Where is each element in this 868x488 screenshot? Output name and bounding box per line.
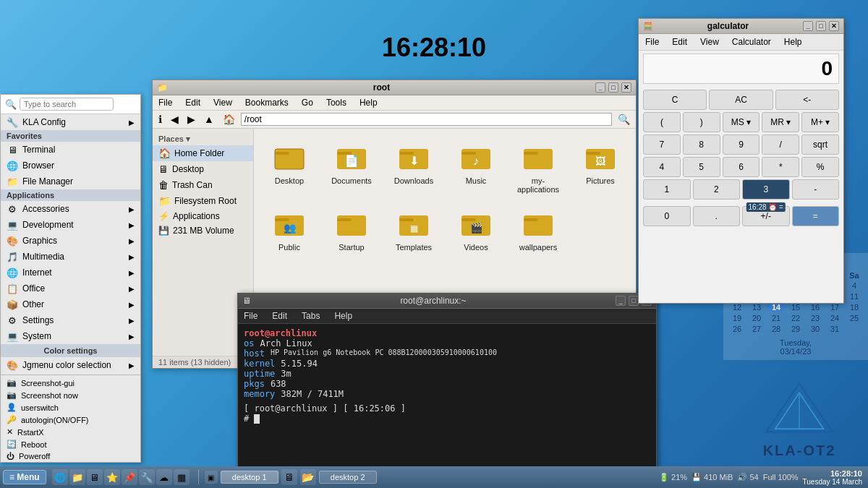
sidebar-item-screenshot-now[interactable]: 📷 Screenshot now bbox=[1, 389, 140, 401]
menu-bookmarks[interactable]: Bookmarks bbox=[242, 97, 292, 108]
toolbar-back-button[interactable]: ◀ bbox=[168, 112, 182, 127]
toolbar-search-button[interactable]: 🔍 bbox=[615, 112, 633, 127]
terminal-minimize-button[interactable]: _ bbox=[616, 296, 626, 306]
sidebar-item-reboot[interactable]: 🔄 Reboot bbox=[1, 438, 140, 450]
sidebar-filesystem[interactable]: 📁 Filesystem Root bbox=[153, 193, 253, 209]
file-item-startup[interactable]: Startup bbox=[323, 202, 380, 254]
taskbar-files-icon[interactable]: 📂 bbox=[300, 469, 316, 485]
calc-8-button[interactable]: 8 bbox=[683, 134, 720, 155]
file-item-videos[interactable]: 🎬 Videos bbox=[448, 202, 504, 254]
calc-multiply-button[interactable]: * bbox=[762, 157, 799, 177]
taskbar-desktop1-button[interactable]: desktop 1 bbox=[221, 471, 278, 484]
calc-mplus-button[interactable]: M+ ▾ bbox=[801, 112, 839, 132]
taskbar-icon-2[interactable]: 📁 bbox=[69, 469, 85, 485]
calc-6-button[interactable]: 6 bbox=[723, 157, 760, 177]
sidebar-desktop[interactable]: 🖥 Desktop bbox=[153, 161, 253, 177]
search-input[interactable] bbox=[20, 98, 114, 111]
sidebar-item-browser[interactable]: 🌐 Browser bbox=[1, 158, 140, 174]
terminal-maximize-button[interactable]: □ bbox=[629, 296, 639, 306]
filemanager-minimize-button[interactable]: _ bbox=[595, 82, 605, 93]
sidebar-item-accessories[interactable]: ⚙ Accessories ▶ bbox=[1, 201, 140, 217]
start-menu-button[interactable]: ≡ Menu bbox=[3, 470, 46, 484]
calc-2-button[interactable]: 2 bbox=[693, 179, 741, 200]
file-item-downloads[interactable]: ⬇ Downloads bbox=[386, 136, 442, 197]
terminal-menu-edit[interactable]: Edit bbox=[269, 310, 290, 322]
calc-1-button[interactable]: 1 bbox=[643, 179, 691, 200]
sidebar-item-jgmenu[interactable]: 🎨 Jgmenu color selection ▶ bbox=[1, 357, 140, 373]
calc-7-button[interactable]: 7 bbox=[643, 134, 681, 155]
sidebar-item-internet[interactable]: 🌐 Internet ▶ bbox=[1, 265, 140, 281]
menu-help[interactable]: Help bbox=[357, 97, 380, 108]
sidebar-item-userswitch[interactable]: 👤 userswitch bbox=[1, 401, 140, 414]
calc-closeparen-button[interactable]: ) bbox=[683, 112, 720, 132]
file-item-public[interactable]: 👥 Public bbox=[261, 202, 318, 254]
menu-go[interactable]: Go bbox=[299, 97, 316, 108]
calc-backspace-button[interactable]: <- bbox=[775, 90, 839, 110]
file-item-templates[interactable]: ▦ Templates bbox=[386, 202, 442, 254]
sidebar-item-graphics[interactable]: 🎨 Graphics ▶ bbox=[1, 233, 140, 249]
sidebar-item-system[interactable]: 💻 System ▶ bbox=[1, 328, 140, 344]
calc-4-button[interactable]: 4 bbox=[643, 157, 681, 177]
toolbar-up-button[interactable]: ▲ bbox=[201, 112, 217, 127]
calc-sqrt-button[interactable]: sqrt bbox=[801, 134, 839, 155]
calc-mr-button[interactable]: MR ▾ bbox=[762, 112, 799, 132]
taskbar-icon-4[interactable]: ⭐ bbox=[104, 469, 120, 485]
calc-menu-file[interactable]: File bbox=[643, 36, 661, 48]
terminal-menu-file[interactable]: File bbox=[241, 310, 260, 322]
calc-allclear-button[interactable]: AC bbox=[709, 90, 773, 110]
toolbar-forward-button[interactable]: ▶ bbox=[184, 112, 198, 127]
file-item-music[interactable]: ♪ Music bbox=[448, 136, 504, 197]
calc-menu-help[interactable]: Help bbox=[782, 36, 804, 48]
taskbar-desktop2-button[interactable]: desktop 2 bbox=[319, 471, 377, 484]
sidebar-item-other[interactable]: 📦 Other ▶ bbox=[1, 296, 140, 312]
calc-menu-edit[interactable]: Edit bbox=[670, 36, 689, 48]
terminal-menu-help[interactable]: Help bbox=[331, 310, 355, 322]
calc-dot-button[interactable]: . bbox=[693, 206, 741, 226]
terminal-body[interactable]: root@archlinux os Arch Linux host HP Pav… bbox=[238, 324, 656, 484]
taskbar-icon-7[interactable]: ☁ bbox=[156, 469, 172, 485]
calc-divide-button[interactable]: / bbox=[762, 134, 799, 155]
sidebar-item-terminal[interactable]: 🖥 Terminal bbox=[1, 142, 140, 158]
sidebar-item-kla-config[interactable]: 🔧 KLA Config ▶ bbox=[1, 114, 140, 130]
taskbar-icon-6[interactable]: 🔧 bbox=[139, 469, 155, 485]
sidebar-trash[interactable]: 🗑 Trash Can bbox=[153, 177, 253, 193]
menu-edit[interactable]: Edit bbox=[182, 97, 203, 108]
calc-minus-button[interactable]: - bbox=[792, 179, 840, 200]
sidebar-item-poweroff[interactable]: ⏻ Poweroff bbox=[1, 450, 140, 462]
calc-menu-view[interactable]: View bbox=[698, 36, 721, 48]
terminal-menu-tabs[interactable]: Tabs bbox=[299, 310, 323, 322]
taskbar-pager-icon[interactable]: ▣ bbox=[205, 471, 218, 484]
filemanager-close-button[interactable]: ✕ bbox=[621, 82, 631, 93]
file-item-documents[interactable]: 📄 Documents bbox=[323, 136, 380, 197]
taskbar-icon-1[interactable]: 🌐 bbox=[52, 469, 68, 485]
calc-5-button[interactable]: 5 bbox=[683, 157, 720, 177]
sidebar-item-multimedia[interactable]: 🎵 Multimedia ▶ bbox=[1, 249, 140, 265]
calc-maximize-button[interactable]: □ bbox=[816, 21, 826, 31]
filemanager-maximize-button[interactable]: □ bbox=[608, 82, 618, 93]
calc-3-button[interactable]: 3 16:28 ⏰ = bbox=[742, 179, 790, 200]
taskbar-icon-5[interactable]: 📌 bbox=[122, 469, 137, 485]
calc-minimize-button[interactable]: _ bbox=[803, 21, 813, 31]
calc-equals-button[interactable]: = bbox=[792, 206, 840, 226]
menu-view[interactable]: View bbox=[210, 97, 235, 108]
calc-0-button[interactable]: 0 bbox=[643, 206, 691, 226]
sidebar-item-development[interactable]: 💻 Development ▶ bbox=[1, 217, 140, 233]
file-item-myapps[interactable]: my-applications bbox=[510, 136, 566, 197]
sidebar-item-screenshot-gui[interactable]: 📷 Screenshot-gui bbox=[1, 377, 140, 389]
file-item-wallpapers[interactable]: wallpapers bbox=[510, 202, 566, 254]
toolbar-info-button[interactable]: ℹ bbox=[156, 112, 165, 127]
calc-percent-button[interactable]: % bbox=[801, 157, 839, 177]
file-item-pictures[interactable]: 🖼 Pictures bbox=[572, 136, 629, 197]
toolbar-home-button[interactable]: 🏠 bbox=[220, 112, 238, 127]
calc-menu-calculator[interactable]: Calculator bbox=[730, 36, 773, 48]
menu-tools[interactable]: Tools bbox=[323, 97, 349, 108]
sidebar-item-rstartx[interactable]: ✕ RstartX bbox=[1, 426, 140, 438]
taskbar-monitor-icon[interactable]: 🖥 bbox=[281, 469, 297, 485]
sidebar-item-settings[interactable]: ⚙ Settings ▶ bbox=[1, 312, 140, 328]
address-bar[interactable] bbox=[241, 113, 612, 126]
sidebar-home[interactable]: 🏠 Home Folder bbox=[153, 145, 253, 161]
taskbar-icon-8[interactable]: ▦ bbox=[174, 469, 190, 485]
menu-file[interactable]: File bbox=[156, 97, 175, 108]
file-item-desktop[interactable]: Desktop bbox=[261, 136, 318, 197]
taskbar-icon-3[interactable]: 🖥 bbox=[87, 469, 103, 485]
